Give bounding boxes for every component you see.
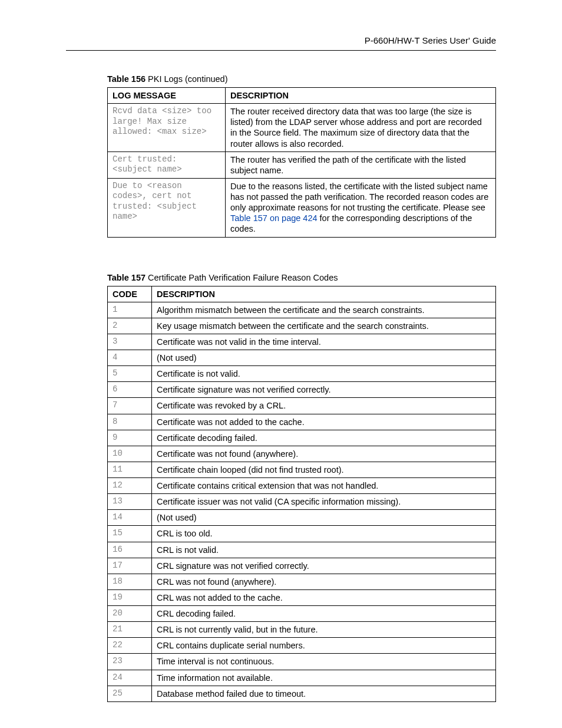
code-cell: 13 [108,494,152,510]
col-log-message: LOG MESSAGE [108,88,226,104]
description-cell: Due to the reasons listed, the certifica… [226,178,496,237]
description-cell: Certificate is not valid. [152,366,496,382]
description-cell: CRL decoding failed. [152,606,496,622]
description-cell: Certificate signature was not verified c… [152,382,496,398]
cross-reference-link[interactable]: Table 157 on page 424 [230,213,318,223]
description-cell: Time interval is not continuous. [152,654,496,670]
table-157-caption: Table 157 Certificate Path Verification … [107,273,496,282]
code-cell: 21 [108,622,152,638]
description-cell: Algorithm mismatch between the certifica… [152,302,496,318]
code-cell: 11 [108,462,152,477]
description-cell: Certificate was not added to the cache. [152,414,496,430]
table-row: 11Certificate chain looped (did not find… [108,462,496,477]
table-row: 17CRL signature was not verified correct… [108,558,496,574]
description-cell: CRL is not valid. [152,542,496,558]
description-cell: Certificate was revoked by a CRL. [152,398,496,414]
table-row: 12Certificate contains critical extensio… [108,478,496,494]
code-cell: 4 [108,350,152,366]
code-cell: 14 [108,510,152,526]
table-row: 8Certificate was not added to the cache. [108,414,496,430]
table-row: 20CRL decoding failed. [108,606,496,622]
description-cell: CRL contains duplicate serial numbers. [152,638,496,654]
table-156-number: Table 156 [107,74,146,84]
table-row: 5Certificate is not valid. [108,366,496,382]
table-row: Cert trusted: <subject name>The router h… [108,151,496,178]
description-cell: Certificate was not valid in the time in… [152,334,496,350]
table-row: 16CRL is not valid. [108,542,496,558]
table-row: 7Certificate was revoked by a CRL. [108,398,496,414]
code-cell: 18 [108,574,152,589]
description-cell: The router has verified the path of the … [226,151,496,178]
table-row: 15CRL is too old. [108,526,496,542]
table-157-title: Certificate Path Verification Failure Re… [146,273,338,282]
description-cell: Certificate decoding failed. [152,430,496,446]
code-cell: 19 [108,589,152,605]
code-cell: 25 [108,686,152,701]
table-row: 9Certificate decoding failed. [108,430,496,446]
code-cell: 16 [108,542,152,558]
code-cell: 17 [108,558,152,574]
table-row: 1Algorithm mismatch between the certific… [108,302,496,318]
reason-codes-table: CODE DESCRIPTION 1Algorithm mismatch bet… [107,286,496,702]
code-cell: 23 [108,654,152,670]
col-description: DESCRIPTION [226,88,496,104]
code-cell: 8 [108,414,152,430]
code-cell: 6 [108,382,152,398]
description-cell: CRL is too old. [152,526,496,542]
table-row: 18CRL was not found (anywhere). [108,574,496,589]
table-row: 13Certificate issuer was not valid (CA s… [108,494,496,510]
code-cell: 22 [108,638,152,654]
description-cell: Certificate contains critical extension … [152,478,496,494]
code-cell: 2 [108,318,152,334]
description-cell: CRL is not currently valid, but in the f… [152,622,496,638]
description-cell: Certificate issuer was not valid (CA spe… [152,494,496,510]
code-cell: 3 [108,334,152,350]
col-description: DESCRIPTION [152,286,496,302]
table-row: 22CRL contains duplicate serial numbers. [108,638,496,654]
table-row: 19CRL was not added to the cache. [108,589,496,605]
description-cell: Certificate chain looped (did not find t… [152,462,496,477]
table-row: 2Key usage mismatch between the certific… [108,318,496,334]
code-cell: 5 [108,366,152,382]
description-cell: Database method failed due to timeout. [152,686,496,701]
table-row: 3Certificate was not valid in the time i… [108,334,496,350]
page-header: P-660H/HW-T Series User' Guide [66,35,496,51]
description-cell: CRL was not found (anywhere). [152,574,496,589]
table-row: 25Database method failed due to timeout. [108,686,496,701]
code-cell: 20 [108,606,152,622]
description-cell: Certificate was not found (anywhere). [152,446,496,462]
table-156-caption: Table 156 PKI Logs (continued) [107,74,496,84]
code-cell: 12 [108,478,152,494]
description-cell: Key usage mismatch between the certifica… [152,318,496,334]
table-row: 14(Not used) [108,510,496,526]
table-row: 4(Not used) [108,350,496,366]
table-row: 23Time interval is not continuous. [108,654,496,670]
description-cell: CRL was not added to the cache. [152,589,496,605]
description-cell: The router received directory data that … [226,104,496,152]
code-cell: 10 [108,446,152,462]
log-message-cell: Rcvd data <size> too large! Max size all… [108,104,226,152]
code-cell: 7 [108,398,152,414]
code-cell: 24 [108,670,152,686]
description-cell: (Not used) [152,510,496,526]
description-cell: Time information not available. [152,670,496,686]
description-cell: CRL signature was not verified correctly… [152,558,496,574]
table-row: 6Certificate signature was not verified … [108,382,496,398]
description-cell: (Not used) [152,350,496,366]
table-156-title: PKI Logs (continued) [146,74,227,84]
table-row: Rcvd data <size> too large! Max size all… [108,104,496,152]
code-cell: 9 [108,430,152,446]
code-cell: 1 [108,302,152,318]
code-cell: 15 [108,526,152,542]
description-text: Due to the reasons listed, the certifica… [230,182,488,212]
table-row: 24Time information not available. [108,670,496,686]
table-row: 10Certificate was not found (anywhere). [108,446,496,462]
col-code: CODE [108,286,152,302]
table-row: 21CRL is not currently valid, but in the… [108,622,496,638]
pki-logs-table: LOG MESSAGE DESCRIPTION Rcvd data <size>… [107,87,496,238]
table-157-number: Table 157 [107,273,146,282]
log-message-cell: Due to <reason codes>, cert not trusted:… [108,178,226,237]
table-row: Due to <reason codes>, cert not trusted:… [108,178,496,237]
log-message-cell: Cert trusted: <subject name> [108,151,226,178]
